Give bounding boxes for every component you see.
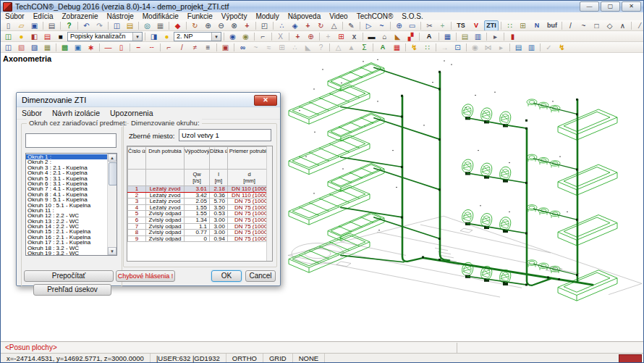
menu-item-v-po-ty[interactable]: Výpočty: [217, 12, 252, 20]
dialog-menu-navrh-izolacie[interactable]: Návrh izolácie: [47, 109, 105, 117]
menu-item-n-poveda[interactable]: Nápoveda: [284, 12, 326, 20]
notebook-icon[interactable]: ▮: [507, 31, 519, 42]
table-row[interactable]: 2Ležatý zvod3.420.36DN 110 (1000): [128, 192, 271, 199]
rotate2-icon[interactable]: ⊕: [305, 31, 317, 42]
legend-icon[interactable]: ▤: [459, 31, 471, 42]
plot-icon[interactable]: ▦: [154, 20, 166, 31]
chevron-down-icon[interactable]: ▾: [211, 33, 221, 41]
layer-swatch[interactable]: ■: [54, 31, 67, 42]
menu-item-video[interactable]: Video: [325, 12, 352, 20]
table-row[interactable]: 7Zvislý odpad1.13.00DN 75 (1000): [128, 223, 271, 230]
valve-icon[interactable]: ⋈: [482, 42, 494, 53]
brush-icon[interactable]: ◣: [391, 31, 404, 42]
scroll-up-icon[interactable]: ▲: [108, 154, 116, 162]
screen-icon[interactable]: ▭: [406, 20, 418, 31]
polyline-icon[interactable]: ▷: [363, 20, 375, 31]
levels-icon[interactable]: ≡: [202, 42, 214, 53]
gears-icon[interactable]: ∗: [85, 42, 97, 53]
list-item[interactable]: Okruh 19 : 3.2 - WC: [26, 251, 107, 256]
list-item[interactable]: Okruh 16 : 2.1 - Kupelna: [26, 235, 107, 240]
ruler-icon[interactable]: ▬: [365, 31, 378, 42]
list-item[interactable]: Okruh 11 :: [26, 208, 107, 213]
circuit-filter-field[interactable]: [25, 133, 116, 148]
list-item[interactable]: Okruh 7 : 4.1 - Kupelna: [26, 186, 107, 191]
bulb-icon[interactable]: ●: [15, 31, 27, 42]
grid-toggle[interactable]: GRID: [263, 354, 293, 363]
dialog-close-button[interactable]: ✕: [254, 95, 277, 106]
monitor2-icon[interactable]: ▣: [72, 42, 84, 53]
floor-combo[interactable]: 2. NP▾: [174, 32, 221, 41]
save-icon[interactable]: ▣: [28, 20, 41, 31]
close-button[interactable]: ✕: [622, 1, 641, 12]
specification-icon[interactable]: ▥: [472, 31, 484, 42]
list-item[interactable]: Okruh 14 : 2.2 - WC: [26, 224, 107, 229]
cut-icon[interactable]: ✂: [423, 20, 436, 31]
pump-icon[interactable]: ◉: [469, 42, 481, 53]
q-icon[interactable]: ?: [315, 42, 327, 53]
copy-view-icon[interactable]: ◫: [2, 42, 14, 53]
mirror-icon[interactable]: △: [328, 20, 340, 31]
table-scrollbar-track[interactable]: [266, 146, 272, 261]
diamond-icon[interactable]: ◇: [603, 20, 616, 31]
pline-icon[interactable]: ⌐: [163, 42, 175, 53]
menu-item-s-bor[interactable]: Súbor: [1, 12, 29, 20]
error-messages-button[interactable]: Chybové hlásenia !: [116, 270, 175, 282]
xy-icon[interactable]: ▨: [28, 42, 41, 53]
node2-icon[interactable]: ∴: [289, 42, 301, 53]
ok-button[interactable]: OK: [211, 270, 242, 282]
zoom-out-icon[interactable]: ⊖: [215, 20, 227, 31]
help-icon[interactable]: ?: [63, 20, 75, 31]
menu-item-moduly[interactable]: Moduly: [251, 12, 283, 20]
table-row[interactable]: 5Zvislý odpad1.550.53DN 75 (1000): [128, 211, 271, 217]
flags-icon[interactable]: ▤: [41, 31, 54, 42]
floor-3d-icon[interactable]: ◨: [148, 31, 160, 42]
dash2-icon[interactable]: ╌: [145, 42, 158, 53]
collect-point-input[interactable]: [179, 129, 271, 141]
search-icon[interactable]: ◉: [226, 31, 239, 42]
sum2-icon[interactable]: Σ: [358, 42, 370, 53]
scale-icon[interactable]: X: [274, 31, 287, 42]
wave2-icon[interactable]: ≈: [263, 42, 275, 53]
menu-item-funkcie[interactable]: Funkcie: [183, 12, 217, 20]
strike-icon[interactable]: ≠: [189, 42, 201, 53]
list-item[interactable]: Okruh 1 :: [26, 154, 107, 159]
move-icon[interactable]: +: [302, 20, 314, 31]
tri2-icon[interactable]: ▲: [345, 42, 357, 53]
box-select-icon[interactable]: ⊡: [452, 42, 464, 53]
new-icon[interactable]: ▯: [2, 20, 14, 31]
bolt-icon[interactable]: ↯: [408, 42, 420, 53]
roof-icon[interactable]: ⌂: [378, 31, 391, 42]
struct-icon[interactable]: ▥: [525, 42, 538, 53]
menu-item-ed-cia[interactable]: Edícia: [29, 12, 58, 20]
pan-icon[interactable]: +: [241, 20, 253, 31]
move2-icon[interactable]: +: [292, 31, 304, 42]
pointer-flag-icon[interactable]: ▸: [489, 31, 501, 42]
table-row[interactable]: 3Ležatý zvod2.055.70DN 75 (1000): [128, 199, 271, 205]
list-item[interactable]: Okruh 5 : 3.1 - Kupelna: [26, 176, 107, 181]
list-item[interactable]: Okruh 15 : 2.1 - Kupelna: [26, 229, 107, 234]
minimize-button[interactable]: —: [580, 1, 599, 12]
list-item[interactable]: Okruh 2 :: [26, 159, 107, 164]
text-icon[interactable]: A: [422, 31, 436, 42]
undo-icon[interactable]: ↶: [80, 20, 93, 31]
grid2-icon[interactable]: ⊞: [276, 42, 288, 53]
rect-icon[interactable]: □: [590, 20, 603, 31]
snap-icon[interactable]: ◈: [289, 20, 301, 31]
layers2-icon[interactable]: ▤: [512, 42, 525, 53]
zoom-in-icon[interactable]: ⊕: [202, 20, 214, 31]
v-button[interactable]: V: [469, 20, 483, 31]
bulb2-icon[interactable]: ●: [161, 31, 173, 42]
list-item[interactable]: Okruh 18 : 3.2 - WC: [26, 246, 107, 251]
osnap-toggle[interactable]: NONE: [293, 354, 325, 363]
hatch-icon[interactable]: ▩: [59, 42, 71, 53]
buf-button[interactable]: buf: [545, 20, 559, 31]
preview-icon[interactable]: ◎: [141, 20, 153, 31]
maximize-button[interactable]: ▢: [601, 1, 620, 12]
grid-red-icon[interactable]: ⊞: [335, 31, 347, 42]
list-item[interactable]: Okruh 4 : 2.1 - Kupelna: [26, 170, 107, 175]
image-icon[interactable]: ▦: [41, 42, 54, 53]
recalculate-button[interactable]: Prepočítať: [24, 270, 114, 282]
n-button[interactable]: N: [530, 20, 544, 31]
bolt2-icon[interactable]: ↯: [556, 42, 568, 53]
cross-icon[interactable]: +: [436, 20, 449, 31]
